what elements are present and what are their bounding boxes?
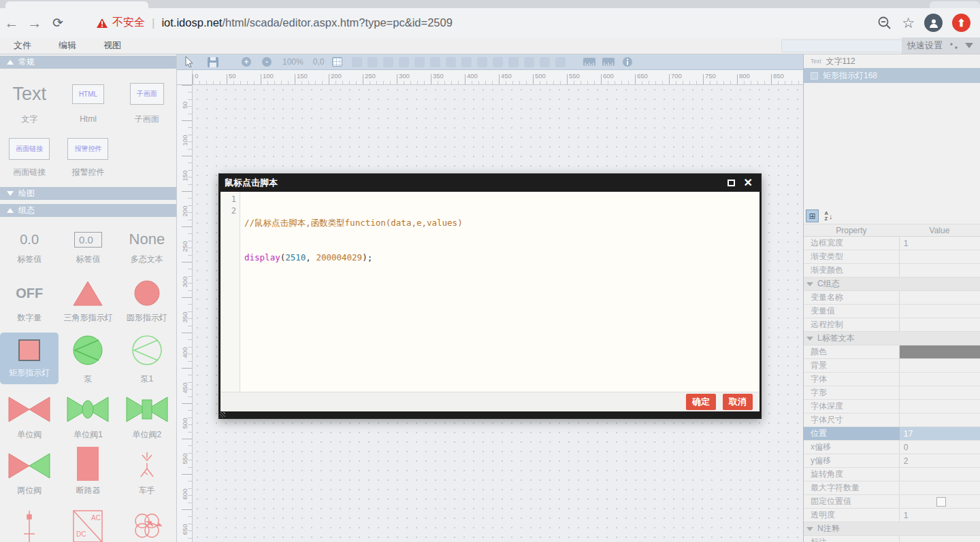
ruler-label: 600: [181, 488, 189, 501]
zoom-out-icon[interactable]: [877, 16, 892, 31]
property-row[interactable]: 变量名称: [804, 291, 980, 305]
palette-item-two-way-valve[interactable]: 两位阀: [0, 452, 59, 496]
zoom-in-icon[interactable]: +: [242, 57, 251, 67]
property-row[interactable]: 字体: [804, 373, 980, 386]
save-icon[interactable]: [208, 57, 218, 67]
handcart-icon: [133, 451, 161, 481]
browser-active-tab[interactable]: [5, 1, 148, 8]
palette-item-inverter[interactable]: AC DC 逆变器: [59, 509, 117, 542]
property-row-fixed-position[interactable]: 固定位置值: [804, 495, 980, 509]
sort-az-icon[interactable]: AZ ↓: [821, 209, 836, 222]
back-icon[interactable]: ←: [0, 15, 23, 31]
property-row[interactable]: 背景: [804, 359, 980, 373]
menu-edit[interactable]: 编辑: [45, 39, 90, 52]
reload-icon[interactable]: ⟳: [46, 15, 69, 31]
select-tool-icon[interactable]: [185, 56, 194, 67]
zoom-out-icon-toolbar[interactable]: -: [262, 57, 272, 67]
zoom-level-label: 100%: [282, 57, 304, 67]
categorized-view-icon[interactable]: ⊞: [806, 209, 819, 222]
palette-item-html[interactable]: HTML Html: [59, 80, 117, 124]
chevron-down-icon[interactable]: [965, 43, 973, 48]
text-type-label: Text: [811, 58, 821, 65]
property-row[interactable]: 渐变颜色: [804, 264, 980, 277]
palette-item-rect-indicator[interactable]: 矩形指示灯: [0, 333, 59, 384]
property-row[interactable]: y偏移2: [804, 454, 980, 468]
palette-item-handcart[interactable]: 车手: [118, 452, 176, 496]
property-row[interactable]: 标注: [804, 536, 980, 542]
menu-file[interactable]: 文件: [0, 39, 45, 52]
alarm-control-preview: 报警控件: [67, 138, 108, 160]
ruler-label: 200: [181, 205, 189, 218]
quick-search-box[interactable]: [781, 39, 906, 52]
grid-toggle-icon[interactable]: [332, 57, 342, 67]
property-row[interactable]: 最大字符数量: [804, 481, 980, 495]
palette-item-text[interactable]: Text 文字: [0, 80, 59, 124]
property-row[interactable]: 旋转角度: [804, 468, 980, 481]
browser-new-tab-area[interactable]: [930, 1, 980, 8]
object-list-item-text[interactable]: Text 文字112: [804, 54, 980, 68]
property-row[interactable]: 渐变类型: [804, 250, 980, 264]
maximize-icon[interactable]: [728, 180, 735, 186]
valve-rect-icon: [125, 396, 169, 423]
security-indicator[interactable]: 不安全: [97, 16, 145, 30]
code-area[interactable]: //鼠标点击脚本,函数类型function(data,e,values) dis…: [240, 192, 760, 392]
close-icon[interactable]: ✕: [744, 177, 753, 188]
palette-item-label-value-boxed[interactable]: 0.0 标签值: [59, 231, 117, 265]
palette-item-digital[interactable]: OFF 数字量: [0, 280, 59, 323]
section-header-drawing[interactable]: 绘图: [0, 187, 176, 200]
dialog-title-bar[interactable]: 鼠标点击脚本 ✕: [220, 173, 760, 192]
palette-item-circle-indicator[interactable]: 圆形指示灯: [118, 280, 176, 323]
forward-icon[interactable]: →: [23, 15, 46, 31]
property-row[interactable]: 远程控制: [804, 318, 980, 332]
palette-item-unit-valve[interactable]: 单位阀: [0, 395, 59, 440]
url-bar[interactable]: iot.idosp.net/html/scada/editor.aspx.htm…: [161, 16, 452, 29]
palette-item-unit-valve1[interactable]: 单位阀1: [59, 395, 117, 440]
palette-item-label: 子画面: [132, 114, 162, 124]
palette-item-alarm-control[interactable]: 报警控件 报警控件: [59, 137, 117, 177]
palette-item-unit-valve2[interactable]: 单位阀2: [118, 395, 176, 440]
property-group-row[interactable]: C组态: [804, 277, 980, 291]
bookmark-star-icon[interactable]: ☆: [902, 15, 915, 31]
cancel-button[interactable]: 取消: [723, 394, 753, 410]
section-label: 组态: [18, 205, 35, 216]
property-row-selected[interactable]: 位置17: [804, 427, 980, 441]
palette-item-subscreen[interactable]: 子画面 子画面: [118, 80, 176, 124]
property-row[interactable]: 边框宽度1: [804, 237, 980, 250]
profile-icon[interactable]: [924, 14, 943, 32]
palette-item-multistate-text[interactable]: None 多态文本: [118, 231, 176, 265]
palette-item-knife-switch[interactable]: 刀闸: [0, 509, 59, 542]
property-row[interactable]: 字体深度: [804, 400, 980, 413]
section-header-scada[interactable]: 组态: [0, 204, 176, 217]
v-ruler-toggle-icon[interactable]: [602, 58, 615, 66]
property-row[interactable]: 变量值: [804, 305, 980, 318]
property-row[interactable]: 字形: [804, 386, 980, 400]
palette-item-screen-link[interactable]: 画面链接 画面链接: [0, 137, 59, 177]
fixed-position-checkbox[interactable]: [936, 497, 946, 507]
palette-item-pump[interactable]: 泵: [59, 333, 117, 384]
object-list-item-rect-indicator[interactable]: 矩形指示灯168: [804, 68, 980, 83]
property-row-color[interactable]: 颜色: [804, 345, 980, 359]
palette-item-breaker[interactable]: 断路器: [59, 452, 117, 496]
info-icon[interactable]: [623, 57, 632, 67]
palette-item-triangle-indicator[interactable]: 三角形指示灯: [59, 280, 117, 323]
palette-item-label-value[interactable]: 0.0 标签值: [0, 231, 59, 265]
ruler-label: 350: [181, 311, 189, 324]
property-group-row[interactable]: N注释: [804, 522, 980, 536]
ok-button[interactable]: 确定: [686, 394, 716, 410]
resize-grip[interactable]: [220, 412, 225, 418]
line-number-gutter: 1 2: [220, 192, 240, 392]
code-editor[interactable]: 1 2 //鼠标点击脚本,函数类型function(data,e,values)…: [220, 192, 760, 392]
property-row[interactable]: 字体尺寸: [804, 413, 980, 427]
palette-item-pt[interactable]: PT: [118, 509, 176, 542]
color-swatch[interactable]: [900, 345, 980, 358]
property-row[interactable]: x偏移0: [804, 441, 980, 454]
menu-view[interactable]: 视图: [90, 39, 135, 52]
palette-item-pump1[interactable]: 泵1: [118, 333, 176, 384]
property-group-row[interactable]: L标签文本: [804, 332, 980, 345]
section-header-general[interactable]: 常规: [0, 56, 176, 69]
property-row[interactable]: 透明度1: [804, 509, 980, 522]
h-ruler-toggle-icon[interactable]: [583, 58, 595, 66]
fit-screen-icon[interactable]: [949, 41, 959, 51]
browser-update-icon[interactable]: ⬆: [952, 14, 970, 32]
quick-settings-label[interactable]: 快速设置: [907, 39, 943, 52]
